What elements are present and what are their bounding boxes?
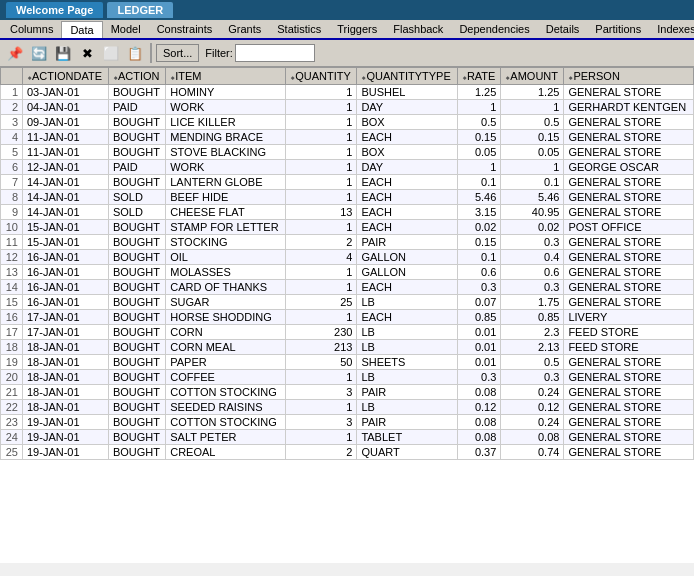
cell-item: STOVE BLACKING	[166, 145, 286, 160]
table-row[interactable]: 2118-JAN-01BOUGHTCOTTON STOCKING3PAIR0.0…	[1, 385, 694, 400]
table-row[interactable]: 914-JAN-01SOLDCHEESE FLAT13EACH3.1540.95…	[1, 205, 694, 220]
col-header-person[interactable]: ⬥PERSON	[564, 68, 694, 85]
cell-quantity: 1	[286, 220, 357, 235]
cell-amount: 1	[501, 100, 564, 115]
cell-actiondate: 15-JAN-01	[23, 235, 109, 250]
nav-tab-statistics[interactable]: Statistics	[269, 21, 329, 38]
table-row[interactable]: 103-JAN-01BOUGHTHOMINY1BUSHEL1.251.25GEN…	[1, 85, 694, 100]
nav-tab-indexes[interactable]: Indexes	[649, 21, 694, 38]
cell-num: 24	[1, 430, 23, 445]
table-row[interactable]: 411-JAN-01BOUGHTMENDING BRACE1EACH0.150.…	[1, 130, 694, 145]
nav-tab-dependencies[interactable]: Dependencies	[451, 21, 537, 38]
nav-tab-columns[interactable]: Columns	[2, 21, 61, 38]
col-header-action[interactable]: ⬥ACTION	[108, 68, 165, 85]
cell-actiondate: 19-JAN-01	[23, 445, 109, 460]
cell-quantitytype: EACH	[357, 130, 458, 145]
cell-quantity: 3	[286, 385, 357, 400]
cell-actiondate: 18-JAN-01	[23, 370, 109, 385]
refresh-button[interactable]: 🔄	[28, 42, 50, 64]
table-row[interactable]: 2319-JAN-01BOUGHTCOTTON STOCKING3PAIR0.0…	[1, 415, 694, 430]
table-row[interactable]: 2519-JAN-01BOUGHTCREOAL2QUART0.370.74GEN…	[1, 445, 694, 460]
copy-button[interactable]: 📋	[124, 42, 146, 64]
table-row[interactable]: 1015-JAN-01BOUGHTSTAMP FOR LETTER1EACH0.…	[1, 220, 694, 235]
cell-actiondate: 12-JAN-01	[23, 160, 109, 175]
cell-quantity: 3	[286, 415, 357, 430]
cell-num: 18	[1, 340, 23, 355]
cell-person: GENERAL STORE	[564, 250, 694, 265]
col-header-num[interactable]	[1, 68, 23, 85]
cell-quantitytype: DAY	[357, 100, 458, 115]
cell-quantity: 1	[286, 160, 357, 175]
cancel-button[interactable]: ⬜	[100, 42, 122, 64]
col-header-rate[interactable]: ⬥RATE	[457, 68, 500, 85]
sort-button[interactable]: Sort...	[156, 44, 199, 62]
cell-amount: 0.85	[501, 310, 564, 325]
nav-tab-partitions[interactable]: Partitions	[587, 21, 649, 38]
nav-tab-triggers[interactable]: Triggers	[329, 21, 385, 38]
col-header-quantity[interactable]: ⬥QUANTITY	[286, 68, 357, 85]
filter-input[interactable]	[235, 44, 315, 62]
cell-num: 19	[1, 355, 23, 370]
table-row[interactable]: 814-JAN-01SOLDBEEF HIDE1EACH5.465.46GENE…	[1, 190, 694, 205]
cell-person: GENERAL STORE	[564, 115, 694, 130]
cell-amount: 2.13	[501, 340, 564, 355]
col-header-amount[interactable]: ⬥AMOUNT	[501, 68, 564, 85]
cell-action: BOUGHT	[108, 280, 165, 295]
cell-action: BOUGHT	[108, 130, 165, 145]
delete-button[interactable]: ✖	[76, 42, 98, 64]
cell-actiondate: 18-JAN-01	[23, 400, 109, 415]
cell-rate: 0.1	[457, 250, 500, 265]
table-row[interactable]: 2218-JAN-01BOUGHTSEEDED RAISINS1LB0.120.…	[1, 400, 694, 415]
table-row[interactable]: 1818-JAN-01BOUGHTCORN MEAL213LB0.012.13F…	[1, 340, 694, 355]
cell-action: SOLD	[108, 190, 165, 205]
table-row[interactable]: 511-JAN-01BOUGHTSTOVE BLACKING1BOX0.050.…	[1, 145, 694, 160]
table-row[interactable]: 612-JAN-01PAIDWORK1DAY11GEORGE OSCAR	[1, 160, 694, 175]
cell-num: 10	[1, 220, 23, 235]
cell-actiondate: 16-JAN-01	[23, 265, 109, 280]
nav-tab-flashback[interactable]: Flashback	[385, 21, 451, 38]
cell-num: 4	[1, 130, 23, 145]
cell-actiondate: 18-JAN-01	[23, 385, 109, 400]
col-header-quantitytype[interactable]: ⬥QUANTITYTYPE	[357, 68, 458, 85]
cell-person: GENERAL STORE	[564, 145, 694, 160]
table-row[interactable]: 204-JAN-01PAIDWORK1DAY11GERHARDT KENTGEN	[1, 100, 694, 115]
nav-tab-model[interactable]: Model	[103, 21, 149, 38]
nav-tab-details[interactable]: Details	[538, 21, 588, 38]
cell-rate: 1.25	[457, 85, 500, 100]
cell-item: STAMP FOR LETTER	[166, 220, 286, 235]
table-row[interactable]: 2419-JAN-01BOUGHTSALT PETER1TABLET0.080.…	[1, 430, 694, 445]
cell-actiondate: 14-JAN-01	[23, 190, 109, 205]
cell-num: 12	[1, 250, 23, 265]
table-row[interactable]: 714-JAN-01BOUGHTLANTERN GLOBE1EACH0.10.1…	[1, 175, 694, 190]
window-tab-welcome[interactable]: Welcome Page	[6, 2, 103, 18]
table-row[interactable]: 2018-JAN-01BOUGHTCOFFEE1LB0.30.3GENERAL …	[1, 370, 694, 385]
cell-actiondate: 16-JAN-01	[23, 295, 109, 310]
table-row[interactable]: 1316-JAN-01BOUGHTMOLASSES1GALLON0.60.6GE…	[1, 265, 694, 280]
nav-tab-data[interactable]: Data	[61, 21, 102, 38]
cell-rate: 0.01	[457, 340, 500, 355]
table-row[interactable]: 1717-JAN-01BOUGHTCORN230LB0.012.3FEED ST…	[1, 325, 694, 340]
cell-quantity: 1	[286, 175, 357, 190]
nav-tabs: ColumnsDataModelConstraintsGrantsStatist…	[0, 20, 694, 40]
save-button[interactable]: 💾	[52, 42, 74, 64]
table-row[interactable]: 1216-JAN-01BOUGHTOIL4GALLON0.10.4GENERAL…	[1, 250, 694, 265]
table-row[interactable]: 1115-JAN-01BOUGHTSTOCKING2PAIR0.150.3GEN…	[1, 235, 694, 250]
table-row[interactable]: 1918-JAN-01BOUGHTPAPER50SHEETS0.010.5GEN…	[1, 355, 694, 370]
cell-amount: 0.24	[501, 385, 564, 400]
cell-person: FEED STORE	[564, 325, 694, 340]
table-row[interactable]: 1416-JAN-01BOUGHTCARD OF THANKS1EACH0.30…	[1, 280, 694, 295]
window-tab-ledger[interactable]: LEDGER	[107, 2, 173, 18]
table-row[interactable]: 1516-JAN-01BOUGHTSUGAR25LB0.071.75GENERA…	[1, 295, 694, 310]
cell-quantity: 1	[286, 400, 357, 415]
col-header-item[interactable]: ⬥ITEM	[166, 68, 286, 85]
nav-tab-constraints[interactable]: Constraints	[149, 21, 221, 38]
cell-action: BOUGHT	[108, 325, 165, 340]
table-row[interactable]: 309-JAN-01BOUGHTLICE KILLER1BOX0.50.5GEN…	[1, 115, 694, 130]
pin-button[interactable]: 📌	[4, 42, 26, 64]
col-header-actiondate[interactable]: ⬥ACTIONDATE	[23, 68, 109, 85]
cell-num: 7	[1, 175, 23, 190]
cell-quantitytype: EACH	[357, 280, 458, 295]
cell-rate: 0.01	[457, 325, 500, 340]
table-row[interactable]: 1617-JAN-01BOUGHTHORSE SHODDING1EACH0.85…	[1, 310, 694, 325]
nav-tab-grants[interactable]: Grants	[220, 21, 269, 38]
